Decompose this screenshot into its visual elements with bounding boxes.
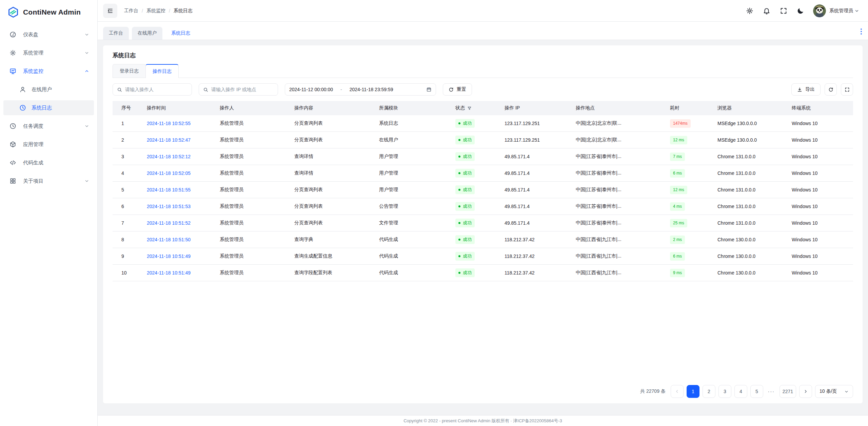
column-header: 操作时间 bbox=[145, 105, 218, 111]
dark-mode-moon-icon[interactable] bbox=[797, 7, 804, 15]
user-avatar[interactable] bbox=[813, 4, 826, 17]
status-dot-icon bbox=[458, 139, 460, 141]
filter-funnel-icon[interactable] bbox=[467, 106, 472, 110]
operator-search-field bbox=[113, 83, 192, 96]
next-page-button[interactable] bbox=[799, 385, 812, 398]
last-page-button[interactable]: 2271 bbox=[780, 385, 796, 398]
sidebar-item-label: 系统管理 bbox=[23, 50, 43, 56]
calendar-icon bbox=[426, 87, 432, 92]
search-icon bbox=[203, 87, 208, 92]
cell-browser: Chrome 130.0.0.0 bbox=[715, 253, 790, 259]
page-button-5[interactable]: 5 bbox=[750, 385, 763, 398]
chevron-down-icon bbox=[84, 32, 89, 37]
date-range-picker[interactable]: 2024-11-12 00:00:00 - 2024-11-18 23:59:5… bbox=[285, 83, 436, 96]
table-row: 5 2024-11-18 10:51:55 系统管理员 分页查询列表 用户管理 … bbox=[113, 182, 853, 198]
operation-time-link[interactable]: 2024-11-18 10:51:53 bbox=[147, 204, 191, 209]
page-tab-online-users[interactable]: 在线用户 bbox=[132, 27, 162, 40]
tab-operation-log[interactable]: 操作日志 bbox=[145, 64, 179, 78]
chevron-down-icon bbox=[84, 179, 89, 183]
table-fullscreen-button[interactable] bbox=[841, 83, 853, 96]
app-title: ContiNew Admin bbox=[23, 8, 81, 16]
page-button-3[interactable]: 3 bbox=[718, 385, 731, 398]
cell-content: 查询详情 bbox=[292, 170, 377, 176]
cell-location: 中国|北京|北京市|联... bbox=[574, 120, 668, 126]
column-header: 终端系统 bbox=[790, 105, 853, 111]
operation-time-link[interactable]: 2024-11-18 10:52:55 bbox=[147, 121, 191, 126]
operation-time-link[interactable]: 2024-11-18 10:52:05 bbox=[147, 170, 191, 176]
cell-index: 10 bbox=[113, 270, 145, 276]
cell-module: 公告管理 bbox=[377, 203, 453, 209]
operation-time-link[interactable]: 2024-11-18 10:51:50 bbox=[147, 237, 191, 242]
sidebar-item-app-management[interactable]: 应用管理 bbox=[3, 137, 94, 152]
duration-badge: 6 ms bbox=[670, 169, 685, 178]
export-button[interactable]: 导出 bbox=[791, 83, 821, 96]
sidebar-collapse-button[interactable] bbox=[103, 4, 117, 18]
page-title: 系统日志 bbox=[113, 52, 853, 59]
filter-bar: 2024-11-12 00:00:00 - 2024-11-18 23:59:5… bbox=[113, 83, 853, 96]
cell-location: 中国|江西省|九江市|... bbox=[574, 253, 668, 259]
cell-operator: 系统管理员 bbox=[218, 120, 292, 126]
prev-page-button[interactable] bbox=[671, 385, 684, 398]
operation-time-link[interactable]: 2024-11-18 10:51:52 bbox=[147, 220, 191, 226]
tab-more-icon[interactable] bbox=[859, 28, 864, 35]
cell-module: 用户管理 bbox=[377, 187, 453, 193]
refresh-table-button[interactable] bbox=[825, 83, 837, 96]
operation-time-link[interactable]: 2024-11-18 10:52:12 bbox=[147, 154, 191, 159]
column-header: 所属模块 bbox=[377, 105, 453, 111]
page-tab-system-log[interactable]: 系统日志 bbox=[165, 27, 196, 40]
notification-bell-icon[interactable] bbox=[763, 7, 770, 15]
operation-time-link[interactable]: 2024-11-18 10:52:47 bbox=[147, 137, 191, 143]
page-button-2[interactable]: 2 bbox=[703, 385, 715, 398]
page-size-label: 10 条/页 bbox=[820, 388, 837, 394]
operation-time-link[interactable]: 2024-11-18 10:51:49 bbox=[147, 253, 191, 259]
cell-content: 分页查询列表 bbox=[292, 120, 377, 126]
status-dot-icon bbox=[458, 156, 460, 158]
sidebar-item-system-management[interactable]: 系统管理 bbox=[3, 45, 94, 60]
menu-fold-icon bbox=[107, 8, 113, 14]
code-icon bbox=[9, 159, 16, 166]
sidebar-item-system-log[interactable]: 系统日志 bbox=[3, 100, 94, 115]
page-tab-workbench[interactable]: 工作台 bbox=[103, 27, 129, 40]
table-row: 10 2024-11-18 10:51:49 系统管理员 查询字段配置列表 代码… bbox=[113, 265, 853, 281]
sidebar-item-code-generation[interactable]: 代码生成 bbox=[3, 155, 94, 170]
operation-time-link[interactable]: 2024-11-18 10:51:49 bbox=[147, 270, 191, 276]
operator-search-input[interactable] bbox=[125, 87, 188, 92]
status-label: 成功 bbox=[463, 270, 472, 276]
table-header-row: 序号 操作时间 操作人 操作内容 所属模块 状态 操作 IP 操作地点 耗时 浏… bbox=[113, 101, 853, 115]
cell-module: 文件管理 bbox=[377, 220, 453, 226]
status-label: 成功 bbox=[463, 170, 472, 176]
ip-search-input[interactable] bbox=[211, 87, 274, 92]
reset-button[interactable]: 重置 bbox=[443, 83, 472, 96]
page-button-1[interactable]: 1 bbox=[687, 385, 699, 398]
settings-gear-icon[interactable] bbox=[746, 7, 753, 15]
sidebar-item-label: 应用管理 bbox=[23, 141, 43, 148]
cell-os: Windows 10 bbox=[790, 270, 853, 276]
sidebar-item-dashboard[interactable]: 仪表盘 bbox=[3, 27, 94, 42]
breadcrumb-item[interactable]: 工作台 bbox=[124, 8, 138, 14]
sidebar-item-task-schedule[interactable]: 任务调度 bbox=[3, 119, 94, 134]
status-badge: 成功 bbox=[455, 169, 475, 178]
tab-login-log[interactable]: 登录日志 bbox=[113, 64, 146, 78]
user-menu[interactable]: 系统管理员 bbox=[829, 8, 859, 14]
sidebar-item-system-monitor[interactable]: 系统监控 bbox=[3, 64, 94, 79]
cell-operator: 系统管理员 bbox=[218, 253, 292, 259]
operation-time-link[interactable]: 2024-11-18 10:51:55 bbox=[147, 187, 191, 192]
cell-content: 分页查询列表 bbox=[292, 203, 377, 209]
page-ellipsis[interactable]: ··· bbox=[766, 389, 776, 394]
dashboard-icon bbox=[9, 31, 16, 38]
fullscreen-icon[interactable] bbox=[780, 7, 787, 15]
breadcrumb-item[interactable]: 系统监控 bbox=[146, 8, 165, 14]
status-label: 成功 bbox=[463, 154, 472, 160]
user-name-label: 系统管理员 bbox=[829, 8, 853, 14]
sidebar-item-label: 系统日志 bbox=[32, 105, 52, 111]
sidebar-item-online-users[interactable]: 在线用户 bbox=[3, 82, 94, 97]
cell-ip: 49.85.171.4 bbox=[502, 154, 574, 159]
chevron-down-icon bbox=[854, 8, 859, 13]
page-size-select[interactable]: 10 条/页 bbox=[815, 385, 853, 398]
status-dot-icon bbox=[458, 189, 460, 191]
sidebar-item-about-project[interactable]: 关于项目 bbox=[3, 174, 94, 188]
table-row: 1 2024-11-18 10:52:55 系统管理员 分页查询列表 系统日志 … bbox=[113, 115, 853, 132]
cell-operator: 系统管理员 bbox=[218, 220, 292, 226]
cell-index: 6 bbox=[113, 204, 145, 209]
page-button-4[interactable]: 4 bbox=[734, 385, 747, 398]
